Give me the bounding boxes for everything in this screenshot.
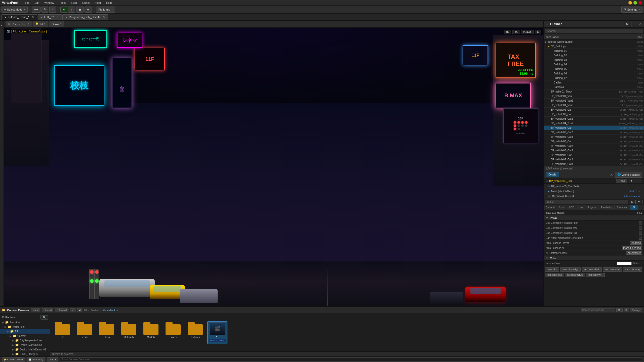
auto-possess-player-value[interactable]: Disabled <box>630 241 642 245</box>
asset-folder-bp[interactable]: BP <box>52 321 72 344</box>
cat-tab-streaming[interactable]: Streaming <box>615 205 631 210</box>
ai-controller-value[interactable]: AIController <box>626 251 642 255</box>
menu-file[interactable]: File <box>24 1 30 4</box>
lit-button[interactable]: 💡 Lit ▼ <box>33 21 48 27</box>
outliner-row-26[interactable]: BP_vehicle07_Car2 Edit BP_vehicle07_Car <box>544 157 644 162</box>
tab-tutorial-close[interactable]: ✕ <box>32 15 34 19</box>
show-button[interactable]: Show ▼ <box>50 21 64 27</box>
tab-tutorial-scene[interactable]: ● Tutorial_Scene_* ✕ <box>2 14 37 20</box>
cb-search-sidebar-button[interactable]: 🔍 <box>41 315 48 320</box>
cat-tab-all[interactable]: All <box>630 205 637 210</box>
outliner-search-input[interactable] <box>545 29 642 33</box>
minimize-button[interactable] <box>628 1 632 5</box>
menu-actor[interactable]: Actor <box>94 1 102 4</box>
asset-thumb-01[interactable]: 🎬 01 Level Sequence <box>207 321 227 344</box>
cb-add-button[interactable]: + Add <box>31 308 40 312</box>
nav-gen-checkbox[interactable] <box>639 237 642 240</box>
output-log-button[interactable]: 📋 Output Log <box>27 357 45 361</box>
cb-vertexpunk-label[interactable]: VertexPunk <box>103 309 115 311</box>
outliner-row-24[interactable]: BP_vehicle06_Car3 Edit BP_vehicle06_Car <box>544 148 644 153</box>
skip-button[interactable]: ⏭ <box>85 7 92 13</box>
outliner-row-12[interactable]: BP_vehicle01_Van Edit BP_vehicle01_Van <box>544 94 644 99</box>
outliner-row-18[interactable]: BP_vehicle04_Truck Edit BP_vehicle04_Tru… <box>544 121 644 126</box>
edit-cpp-link[interactable]: Edit in C++ <box>629 190 640 193</box>
outliner-row-10[interactable]: Cameras Folder <box>544 85 644 89</box>
asset-folder-textures[interactable]: Textures <box>185 321 205 344</box>
cb-sidebar-item-6[interactable]: ▶📁Decko_MatrixDemo_01 <box>0 347 50 352</box>
cat-tab-misc[interactable]: Misc <box>576 205 586 210</box>
search-filter-button[interactable]: ▼ <box>635 200 642 204</box>
cb-back-button[interactable]: ◀ <box>77 308 82 312</box>
outliner-row-7[interactable]: Building_06 Folder <box>544 71 644 76</box>
menu-build[interactable]: Build <box>70 1 78 4</box>
hud-3d-button[interactable]: 3D <box>504 30 511 34</box>
auto-possess-ai-value[interactable]: Placed in World <box>622 246 642 250</box>
details-filter-button[interactable]: ▼ <box>628 179 635 183</box>
cb-sidebar-item-0[interactable]: ▶📁Favorites <box>0 320 50 325</box>
hud-resolution-button[interactable]: 4K <box>512 30 520 34</box>
menu-edit[interactable]: Edit <box>33 1 40 4</box>
details-more-button[interactable]: ⋮ <box>635 179 642 183</box>
color-btn-6[interactable]: Set Color Silver <box>565 273 585 277</box>
outliner-filter-button[interactable]: ☰ <box>631 22 638 26</box>
outliner-row-16[interactable]: BP_vehicle03_Car Edit BP_vehicle03_Car <box>544 112 644 117</box>
cb-save-all-button[interactable]: ↓ Save All <box>55 308 68 312</box>
cb-refresh-button[interactable]: ↺ <box>70 308 75 312</box>
close-button[interactable] <box>638 1 642 5</box>
outliner-list[interactable]: ▶ Tutorial_Scene (Editor) World ▶ BD_Bui… <box>544 40 644 166</box>
color-btn-0[interactable]: Set Color <box>545 267 559 272</box>
pawn-section-header[interactable]: ▼ Pawn <box>544 215 644 220</box>
outliner-row-20[interactable]: BP_vehicle05_Car2 Edit BP_vehicle05_Car <box>544 130 644 135</box>
vehicle-color-value[interactable]: White <box>633 262 639 265</box>
cb-sidebar-item-4[interactable]: ▶📁CitySampleVehicles <box>0 338 50 343</box>
transform-rotate-button[interactable]: ↻ <box>42 7 48 13</box>
outliner-row-22[interactable]: BP_vehicle06_Car Edit BP_vehicle06_Car <box>544 139 644 144</box>
details-tab[interactable]: Details <box>546 172 559 177</box>
cat-tab-general[interactable]: General <box>544 205 557 210</box>
hud-view-button[interactable]: ⊞ <box>535 30 541 34</box>
cb-sidebar-item-3[interactable]: ▶📁Content <box>0 334 50 338</box>
outliner-row-2[interactable]: Building_01 Folder <box>544 49 644 53</box>
select-mode-button[interactable]: ⊹ Select Mode ▼ <box>2 7 28 13</box>
tab-lut02[interactable]: ● LUT_02 ✕ <box>38 14 62 20</box>
outliner-row-11[interactable]: BP_trailer01_Truck Edit BP_trailer01_Tru… <box>544 89 644 94</box>
asset-folder-materials[interactable]: Materials <box>119 321 139 344</box>
outliner-row-25[interactable]: BP_vehicle07_Car Edit BP_vehicle07_Car <box>544 153 644 157</box>
outliner-row-3[interactable]: Building_02 Folder <box>544 53 644 58</box>
color-btn-5[interactable]: Set Color Red <box>545 273 564 277</box>
cb-sidebar-item-2[interactable]: ▶📁All <box>0 329 50 334</box>
search-settings-button[interactable]: ⊞ <box>629 200 635 204</box>
cat-tab-actor[interactable]: Actor <box>557 205 567 210</box>
cb-sidebar-item-1[interactable]: ▶📁VertexPunk <box>0 325 50 329</box>
asset-folder-glass[interactable]: Glass <box>97 321 117 344</box>
cat-tab-rendering[interactable]: Rendering <box>599 205 615 210</box>
controller-pitch-checkbox[interactable] <box>639 221 642 224</box>
mesh-component[interactable]: ▶ Mesh (VehicleMesh) Edit in C++ <box>544 189 644 194</box>
asset-folder-decals[interactable]: Decals <box>74 321 95 344</box>
cat-tab-physics[interactable]: Physics <box>586 205 599 210</box>
stop-button[interactable]: ⏹ <box>76 7 84 13</box>
console-input[interactable] <box>60 357 642 361</box>
outliner-row-15[interactable]: BP_vehicle02_Car Edit BP_vehicle02_Car <box>544 108 644 112</box>
controller-yaw-checkbox[interactable] <box>639 227 642 230</box>
outliner-sort-button[interactable]: ⇅ <box>624 22 630 26</box>
wheel-component[interactable]: ⚙ SM_Wheel_Front_R Edit in Blueprint <box>544 194 644 199</box>
pause-button[interactable]: ⏸ <box>68 7 75 13</box>
color-btn-4[interactable]: Set Color Grey <box>623 267 642 272</box>
cb-sidebar-item-5[interactable]: ▶📁Decko_MatrixDemo <box>0 343 50 347</box>
color-btn-1[interactable]: Set Color Beige <box>560 267 581 272</box>
outliner-row-23[interactable]: BP_vehicle06_Car2 Edit BP_vehicle06_Car <box>544 144 644 148</box>
add-component-button[interactable]: + Add <box>616 179 627 183</box>
transform-scale-button[interactable]: ⤡ <box>49 7 56 13</box>
asset-folder-saves[interactable]: Saves <box>163 321 183 344</box>
menu-window[interactable]: Window <box>43 1 55 4</box>
cb-import-button[interactable]: ↑ Import <box>42 308 54 312</box>
edit-blueprint-link[interactable]: Edit in Blueprint <box>624 195 640 198</box>
hud-timer-button[interactable]: 0:31.25 <box>521 30 534 34</box>
settings-button[interactable]: ⚙ Settings ▼ <box>621 7 642 13</box>
world-settings-button[interactable]: 🌐 World Settings <box>615 172 642 178</box>
details-close-button[interactable]: ✕ <box>610 173 613 177</box>
outliner-row-19[interactable]: BP_vehicle05_Car Edit BP_vehicle05_Car <box>544 126 644 130</box>
outliner-row-0[interactable]: ▶ Tutorial_Scene (Editor) World <box>544 40 644 44</box>
tab-roughness-close[interactable]: ✕ <box>103 15 105 19</box>
